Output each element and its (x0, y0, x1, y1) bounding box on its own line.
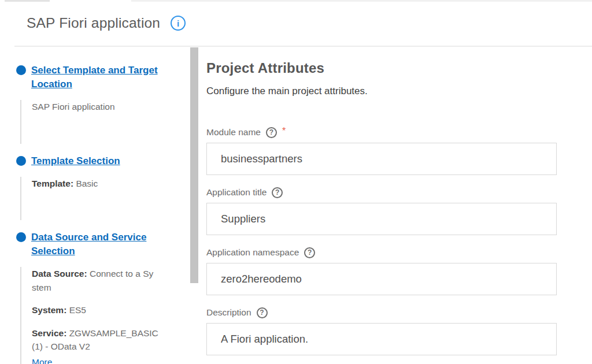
step-details: Data Source: Connect to a System System:… (20, 267, 189, 364)
field-label: Application namespace (206, 247, 299, 258)
more-link[interactable]: More... (32, 357, 60, 364)
project-attributes-form: Module name ? * Application title ? Appl… (206, 126, 557, 355)
step-active-dot (16, 156, 26, 166)
top-border-segment (5, 0, 50, 2)
step-detail-value: ES5 (69, 305, 86, 315)
step-detail: System: ES5 (32, 303, 172, 317)
step-detail: SAP Fiori application (32, 100, 172, 114)
step-detail-label: Service: (32, 328, 66, 338)
page-title: Project Attributes (206, 60, 557, 77)
step-detail: Service: ZGWSAMPLE_BASIC (1) - OData V2 (32, 326, 172, 354)
scrollbar-thumb[interactable] (190, 47, 198, 283)
help-icon[interactable]: ? (257, 307, 268, 318)
step-details: Template: Basic (20, 177, 189, 221)
application-namespace-input[interactable] (206, 263, 557, 295)
application-title-input[interactable] (206, 203, 557, 235)
sidebar-scrollbar[interactable] (190, 47, 198, 364)
step-title-link[interactable]: Template Selection (31, 154, 165, 168)
info-icon[interactable]: i (171, 16, 186, 31)
step-details: SAP Fiori application (20, 100, 189, 144)
wizard-step-3: Data Source and Service Selection Data S… (14, 231, 189, 364)
step-head: Select Template and Target Location (14, 64, 189, 91)
step-detail-value: SAP Fiori application (32, 102, 115, 112)
step-detail-label: Data Source: (32, 269, 87, 278)
field-label: Application title (206, 187, 267, 198)
help-icon[interactable]: ? (266, 127, 277, 138)
step-detail: Template: Basic (32, 177, 172, 191)
help-icon[interactable]: ? (272, 187, 283, 198)
application-namespace-label-row: Application namespace ? (206, 246, 557, 259)
header-divider (14, 46, 592, 47)
step-head: Data Source and Service Selection (14, 231, 189, 258)
wizard-step-2: Template Selection Template: Basic (14, 154, 189, 221)
description-label-row: Description ? (206, 306, 557, 319)
top-border-segment (131, 0, 592, 2)
wizard-step-1: Select Template and Target Location SAP … (14, 64, 189, 144)
step-title-link[interactable]: Select Template and Target Location (31, 64, 165, 91)
field-label: Description (206, 307, 251, 318)
field-label: Module name (206, 127, 261, 138)
step-head: Template Selection (14, 154, 189, 168)
module-name-input[interactable] (206, 143, 557, 175)
wizard-page: SAP Fiori application i Select Template … (0, 0, 592, 364)
required-asterisk: * (282, 126, 286, 136)
page-subtitle: Configure the main project attributes. (206, 85, 557, 97)
step-active-dot (16, 65, 26, 75)
description-input[interactable] (206, 323, 557, 355)
page-header-title: SAP Fiori application (27, 15, 160, 31)
step-detail-value: Basic (76, 179, 98, 188)
project-attributes-pane: Project Attributes Configure the main pr… (206, 60, 557, 364)
header: SAP Fiori application i (27, 15, 186, 31)
step-title-link[interactable]: Data Source and Service Selection (31, 231, 165, 258)
step-detail-label: System: (32, 305, 66, 315)
step-active-dot (16, 232, 26, 242)
module-name-label-row: Module name ? * (206, 126, 557, 139)
top-border (0, 0, 592, 2)
help-icon[interactable]: ? (304, 247, 315, 258)
application-title-label-row: Application title ? (206, 186, 557, 199)
step-detail-label: Template: (32, 179, 73, 188)
wizard-steps-sidebar: Select Template and Target Location SAP … (14, 58, 189, 364)
step-detail: Data Source: Connect to a System (32, 267, 154, 294)
